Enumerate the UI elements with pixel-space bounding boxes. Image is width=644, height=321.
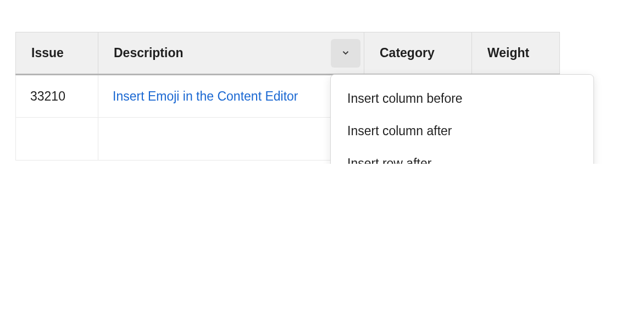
table-header-row: Issue Description Category Weight [16,32,560,75]
column-header-label: Weight [487,46,529,60]
menu-item-label: Insert column after [347,124,452,138]
column-context-menu: Insert column before Insert column after… [330,74,594,164]
column-header-category[interactable]: Category [364,32,472,75]
column-header-issue[interactable]: Issue [16,32,98,75]
cell-description[interactable] [98,118,364,160]
column-header-weight[interactable]: Weight [472,32,560,75]
cell-value: 33210 [30,89,65,103]
issue-link[interactable]: Insert Emoji in the Content Editor [113,89,298,103]
cell-issue[interactable]: 33210 [16,75,98,118]
chevron-down-icon [341,48,351,59]
column-header-label: Category [380,46,435,60]
menu-insert-column-after[interactable]: Insert column after [331,115,593,147]
column-header-label: Issue [31,46,64,60]
table-wrapper: Issue Description Category Weight [15,32,560,160]
cell-issue[interactable] [16,118,98,160]
menu-insert-row-after[interactable]: Insert row after [331,147,593,164]
menu-item-label: Insert column before [347,91,463,106]
menu-item-label: Insert row after [347,156,431,164]
column-menu-button[interactable] [331,39,360,68]
column-header-label: Description [114,46,184,60]
column-header-description[interactable]: Description [98,32,364,75]
menu-insert-column-before[interactable]: Insert column before [331,82,593,115]
cell-description[interactable]: Insert Emoji in the Content Editor [98,75,364,118]
